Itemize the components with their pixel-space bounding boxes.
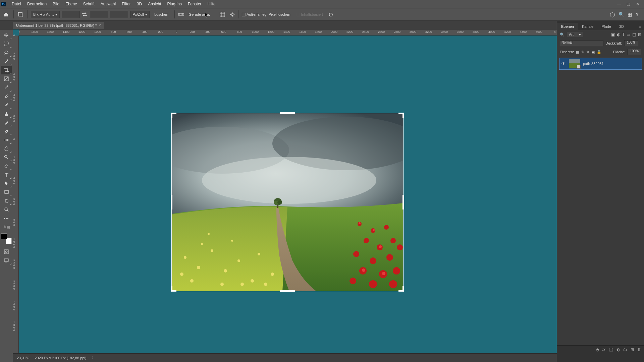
document-dimensions[interactable]: 2920 Px x 2160 Px (182,88 ppi): [35, 356, 86, 360]
menu-plugins[interactable]: Plug-ins: [164, 2, 185, 6]
layer-mask-button[interactable]: ◯: [609, 347, 613, 352]
screen-mode-button[interactable]: [1, 256, 12, 265]
crop-width-input[interactable]: [62, 11, 80, 18]
crop-unit-select[interactable]: Px/Zoll▾: [130, 11, 150, 18]
filter-image-icon[interactable]: ▣: [611, 32, 615, 37]
tool-eyedropper[interactable]: [1, 83, 12, 92]
tool-edit-toolbar[interactable]: ✎▤: [1, 223, 12, 231]
crop-handle-tr[interactable]: [402, 113, 404, 118]
search-button[interactable]: 🔍: [619, 12, 624, 17]
menu-auswahl[interactable]: Auswahl: [98, 2, 119, 6]
crop-handle-top[interactable]: [280, 112, 295, 114]
tool-gradient[interactable]: [1, 135, 12, 144]
tab-ebenen[interactable]: Ebenen: [557, 23, 578, 30]
tool-wand[interactable]: [1, 57, 12, 66]
menu-filter[interactable]: Filter: [119, 2, 134, 6]
ruler-horizontal[interactable]: 0180016001400120010008006004002000200400…: [19, 29, 557, 36]
tool-crop[interactable]: [1, 66, 12, 74]
straighten-button[interactable]: Gerade ausr.: [186, 10, 213, 18]
filter-shape-icon[interactable]: ▭: [627, 32, 630, 37]
tab-pfade[interactable]: Pfade: [597, 23, 615, 30]
delete-layer-button[interactable]: 🗑: [637, 347, 641, 352]
tool-more[interactable]: •••: [1, 214, 12, 223]
filter-type-icon[interactable]: T: [622, 32, 625, 37]
layer-fx-button[interactable]: fx: [602, 347, 605, 352]
clear-button[interactable]: Löschen: [152, 10, 171, 18]
menu-schrift[interactable]: Schrift: [80, 2, 98, 6]
foreground-swatch[interactable]: [1, 233, 7, 239]
tool-history-brush[interactable]: [1, 118, 12, 127]
lock-position-icon[interactable]: ✥: [586, 50, 589, 54]
fill-input[interactable]: 100%: [627, 49, 641, 55]
reset-crop-button[interactable]: [328, 12, 333, 17]
crop-handle-left[interactable]: [171, 195, 172, 209]
menu-ansicht[interactable]: Ansicht: [145, 2, 164, 6]
layer-filter-select[interactable]: Art▾: [567, 32, 583, 38]
tool-brush[interactable]: [1, 101, 12, 109]
status-menu-button[interactable]: 〉: [92, 355, 95, 360]
blend-mode-select[interactable]: Normal: [560, 40, 603, 46]
menu-bearbeiten[interactable]: Bearbeiten: [24, 2, 50, 6]
crop-ratio-preset[interactable]: B x H x Au…▾: [31, 11, 60, 18]
tool-heal[interactable]: [1, 92, 12, 101]
home-button[interactable]: [2, 10, 10, 18]
filter-smart-icon[interactable]: ◫: [632, 32, 636, 37]
tool-zoom[interactable]: [1, 205, 12, 214]
delete-cropped-checkbox[interactable]: Außerh. lieg. Pixel löschen: [242, 12, 290, 16]
lock-artboard-icon[interactable]: ▣: [591, 50, 595, 54]
link-layers-button[interactable]: ⬘: [596, 347, 599, 352]
tool-path-select[interactable]: [1, 179, 12, 188]
swap-dimensions-button[interactable]: [82, 12, 88, 17]
crop-options-gear-button[interactable]: [230, 12, 235, 17]
document-tab[interactable]: Unbenannt-1 bei 23,3% (path-832031, RGB/…: [13, 22, 104, 29]
maximize-button[interactable]: ▢: [626, 2, 631, 6]
ruler-vertical[interactable]: 0800600400200020040060080010001200140016…: [13, 36, 19, 353]
tool-pen[interactable]: [1, 162, 12, 170]
content-aware-checkbox[interactable]: Inhaltsbasiert: [296, 12, 323, 16]
minimize-button[interactable]: —: [616, 2, 621, 6]
tool-hand[interactable]: [1, 196, 12, 205]
tool-eraser[interactable]: [1, 127, 12, 135]
menu-bild[interactable]: Bild: [50, 2, 62, 6]
menu-hilfe[interactable]: Hilfe: [205, 2, 219, 6]
image[interactable]: [172, 113, 403, 291]
opacity-input[interactable]: 100%: [624, 40, 638, 46]
menu-ebene[interactable]: Ebene: [62, 2, 80, 6]
quick-mask-button[interactable]: [1, 247, 12, 256]
workspace-button[interactable]: ▦: [628, 12, 632, 17]
layer-visibility-toggle[interactable]: 👁: [561, 61, 566, 66]
straighten-icon[interactable]: [178, 12, 184, 17]
layer-group-button[interactable]: 🗀: [623, 347, 627, 352]
tab-kanaele[interactable]: Kanäle: [578, 23, 597, 30]
tab-3d[interactable]: 3D: [615, 23, 628, 30]
share-button[interactable]: ⇪: [635, 12, 639, 17]
canvas[interactable]: [19, 36, 557, 353]
menu-fenster[interactable]: Fenster: [185, 2, 205, 6]
new-layer-button[interactable]: ⊞: [631, 347, 634, 352]
layer-row[interactable]: 👁 path-832031: [559, 58, 642, 70]
crop-resolution-input[interactable]: [110, 11, 128, 18]
crop-handle-tl[interactable]: [171, 113, 172, 118]
lock-all-icon[interactable]: 🔒: [597, 50, 601, 54]
crop-handle-br[interactable]: [402, 286, 404, 292]
crop-height-input[interactable]: [90, 11, 108, 18]
layer-thumbnail[interactable]: [569, 59, 580, 68]
crop-handle-bl[interactable]: [171, 286, 172, 292]
layer-name[interactable]: path-832031: [583, 62, 604, 66]
tool-dodge[interactable]: [1, 153, 12, 162]
tool-marquee[interactable]: [1, 40, 12, 48]
menu-3d[interactable]: 3D: [134, 2, 145, 6]
tool-stamp[interactable]: [1, 109, 12, 118]
tool-frame[interactable]: [1, 74, 12, 83]
tool-blur[interactable]: [1, 144, 12, 153]
panel-menu-button[interactable]: ≡: [637, 23, 644, 30]
crop-handle-bottom[interactable]: [280, 290, 295, 292]
crop-handle-right[interactable]: [402, 195, 404, 209]
tool-rectangle[interactable]: [1, 188, 12, 196]
filter-toggle[interactable]: ⊟: [638, 32, 641, 37]
tool-lasso[interactable]: [1, 48, 12, 57]
lock-transparency-icon[interactable]: ▦: [576, 50, 579, 54]
adjustment-layer-button[interactable]: ◐: [616, 347, 620, 352]
tool-move[interactable]: [1, 31, 12, 40]
overlay-grid-button[interactable]: [220, 12, 225, 17]
